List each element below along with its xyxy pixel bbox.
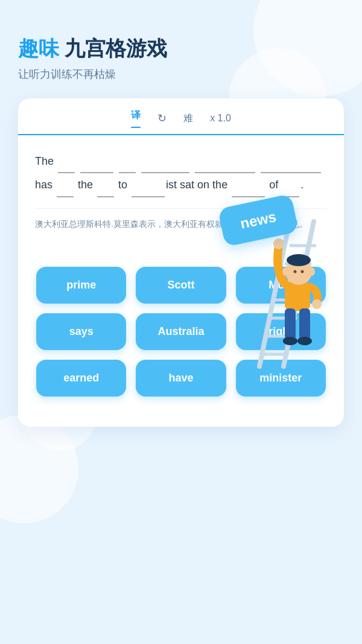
word-btn-have[interactable]: have	[136, 360, 226, 397]
word-btn-australia[interactable]: Australia	[136, 313, 226, 350]
blank-2	[80, 171, 113, 173]
word-btn-minister[interactable]: minister	[236, 360, 326, 397]
main-card: 译 ↻ 难 x 1.0 The has the to ist sat on th…	[18, 98, 344, 427]
toolbar-speed[interactable]: x 1.0	[210, 113, 231, 124]
blank-9	[132, 195, 165, 197]
blank-5	[195, 171, 255, 173]
title-highlight: 趣味	[18, 37, 59, 60]
word-btn-morr[interactable]: Morr	[236, 267, 326, 304]
fill-in-sentence: The has the to ist sat on the of .	[35, 150, 327, 197]
page-title: 趣味 九宫格游戏	[18, 36, 344, 61]
word-btn-right[interactable]: right	[236, 313, 326, 350]
word-btn-says[interactable]: says	[36, 313, 126, 350]
toolbar-translate[interactable]: 译	[131, 109, 141, 128]
word-btn-scott[interactable]: Scott	[136, 267, 226, 304]
blank-6	[261, 171, 321, 173]
word-btn-prime[interactable]: prime	[36, 267, 126, 304]
svg-point-10	[273, 238, 284, 249]
blank-8	[97, 195, 114, 197]
title-rest: 九宫格游戏	[59, 37, 167, 60]
blank-1	[58, 171, 75, 173]
blank-4	[141, 171, 189, 173]
card-toolbar: 译 ↻ 难 x 1.0	[18, 98, 344, 135]
word-grid: prime Scott Morr says Australia right ea…	[18, 256, 344, 409]
blank-10	[232, 195, 265, 197]
blank-3	[119, 171, 136, 173]
toolbar-difficulty[interactable]: 难	[183, 112, 193, 125]
word-btn-earned[interactable]: earned	[36, 360, 126, 397]
page-subtitle: 让听力训练不再枯燥	[18, 67, 344, 81]
blank-7	[57, 195, 74, 197]
toolbar-refresh-icon[interactable]: ↻	[157, 112, 167, 125]
